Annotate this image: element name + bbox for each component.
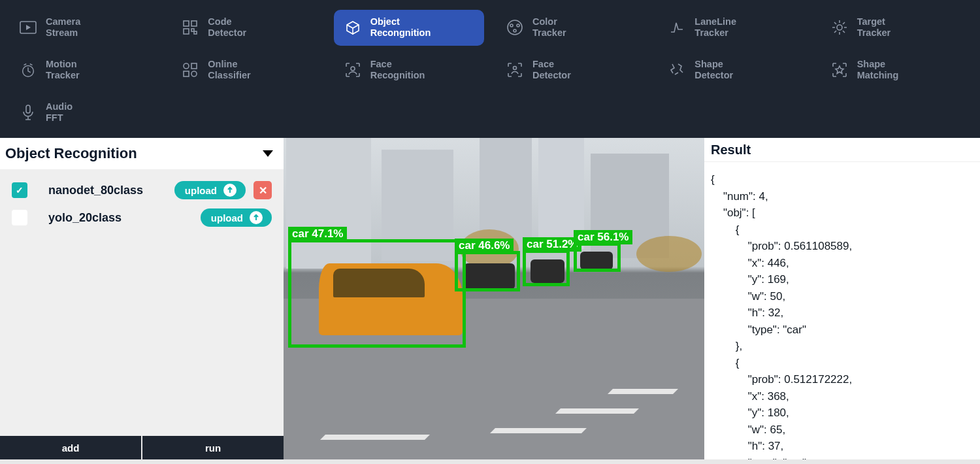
detection-box: car 51.2% (523, 250, 570, 286)
nav-label: FaceRecognition (370, 59, 425, 82)
detection-label: car 56.1% (574, 230, 632, 244)
nav-item-code-detector[interactable]: CodeDetector (171, 10, 321, 46)
svg-rect-18 (26, 105, 30, 113)
add-button[interactable]: add (0, 436, 141, 459)
model-name: yolo_20class (48, 211, 201, 225)
detection-label: car 51.2% (523, 237, 581, 252)
svg-point-16 (351, 67, 355, 71)
nav-label: ColorTracker (532, 16, 566, 39)
color-icon (506, 19, 523, 36)
svg-point-15 (191, 71, 197, 76)
code-icon (182, 19, 199, 36)
model-name: nanodet_80class (48, 184, 174, 197)
detection-box: car 47.1% (288, 239, 466, 348)
nav-item-motion-tracker[interactable]: MotionTracker (9, 52, 159, 88)
nav-item-laneline-tracker[interactable]: LaneLineTracker (658, 10, 808, 46)
svg-point-17 (513, 67, 516, 70)
upload-icon (223, 184, 237, 197)
nav-label: CodeDetector (208, 16, 246, 39)
nav-item-shape-matching[interactable]: ShapeMatching (821, 52, 971, 88)
audio-icon (20, 104, 37, 121)
nav-item-online-classifier[interactable]: OnlineClassifier (171, 52, 321, 88)
left-header[interactable]: Object Recognition (0, 138, 284, 169)
svg-rect-14 (184, 71, 189, 76)
nav-item-audio-fft[interactable]: AudioFFT (9, 95, 159, 131)
nav-label: MotionTracker (46, 59, 80, 82)
shape-icon (668, 61, 685, 78)
detection-label: car 47.1% (288, 227, 347, 241)
nav-item-face-detector[interactable]: FaceDetector (496, 52, 646, 88)
face-icon (344, 61, 361, 78)
svg-rect-13 (191, 63, 197, 69)
motion-icon (20, 61, 37, 78)
svg-point-7 (510, 24, 513, 27)
svg-point-12 (184, 63, 189, 69)
model-row: yolo_20classupload (12, 208, 272, 227)
nav-item-object-recongnition[interactable]: ObjectRecongnition (334, 10, 484, 46)
svg-rect-2 (191, 21, 197, 26)
nav-item-color-tracker[interactable]: ColorTracker (496, 10, 646, 46)
result-json: { "num": 4, "obj": [ { "prob": 0.5611085… (704, 162, 980, 459)
delete-button[interactable]: ✕ (253, 181, 272, 199)
nav-label: OnlineClassifier (208, 59, 250, 82)
result-panel: Result { "num": 4, "obj": [ { "prob": 0.… (704, 138, 980, 459)
nav-item-shape-detector[interactable]: ShapeDetector (658, 52, 808, 88)
upload-icon (250, 211, 263, 224)
result-header: Result (704, 138, 980, 162)
svg-point-8 (517, 24, 519, 27)
chevron-down-icon (263, 150, 273, 157)
top-nav: CameraStreamCodeDetectorObjectRecongniti… (0, 0, 980, 138)
result-title: Result (711, 142, 751, 157)
shape-icon (831, 61, 848, 78)
nav-label: FaceDetector (532, 59, 571, 82)
nav-item-face-recognition[interactable]: FaceRecognition (334, 52, 484, 88)
preview-image: car 47.1%car 46.6%car 51.2%car 56.1% (284, 138, 704, 459)
svg-point-9 (514, 29, 516, 32)
object-icon (344, 19, 361, 36)
target-icon (831, 19, 848, 36)
svg-rect-5 (194, 31, 197, 34)
camera-icon (20, 19, 37, 36)
svg-rect-1 (184, 21, 189, 26)
upload-button[interactable]: upload (174, 181, 246, 199)
detection-box: car 56.1% (574, 242, 621, 272)
detection-box: car 46.6% (455, 251, 520, 291)
nav-label: CameraStream (46, 16, 80, 39)
upload-button[interactable]: upload (201, 208, 272, 227)
laneline-icon (668, 19, 685, 36)
content-row: Object Recognition ✓nanodet_80classuploa… (0, 138, 980, 459)
nav-label: AudioFFT (46, 101, 73, 124)
nav-label: TargetTracker (857, 16, 891, 39)
left-panel: Object Recognition ✓nanodet_80classuploa… (0, 138, 284, 459)
model-list: ✓nanodet_80classupload✕yolo_20classuploa… (0, 169, 284, 436)
nav-item-camera-stream[interactable]: CameraStream (9, 10, 159, 46)
model-checkbox[interactable] (12, 210, 27, 225)
left-title: Object Recognition (5, 145, 137, 162)
svg-rect-3 (184, 29, 189, 34)
nav-label: ShapeDetector (694, 59, 733, 82)
model-checkbox[interactable]: ✓ (12, 182, 27, 198)
online-icon (182, 61, 199, 78)
nav-label: LaneLineTracker (694, 16, 736, 39)
svg-point-10 (837, 25, 842, 30)
run-button[interactable]: run (141, 436, 284, 459)
nav-label: ObjectRecongnition (370, 16, 431, 39)
detection-label: car 46.6% (455, 239, 514, 253)
face-icon (506, 61, 523, 78)
nav-item-target-tracker[interactable]: TargetTracker (821, 10, 971, 46)
left-footer: add run (0, 436, 284, 459)
nav-label: ShapeMatching (857, 59, 899, 82)
model-row: ✓nanodet_80classupload✕ (12, 181, 272, 199)
